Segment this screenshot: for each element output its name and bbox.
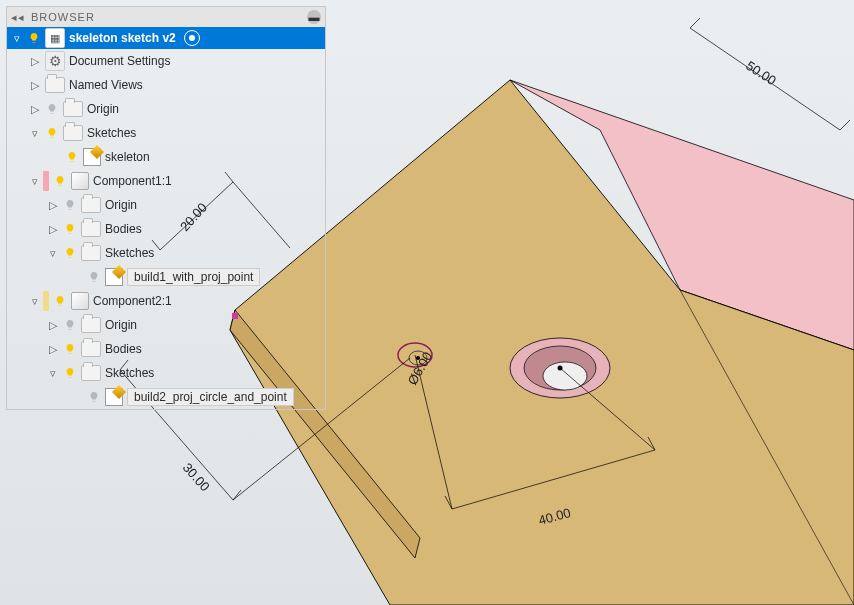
folder-icon — [81, 341, 101, 357]
folder-icon — [81, 221, 101, 237]
visibility-bulb-icon[interactable] — [63, 366, 77, 380]
component-icon — [71, 292, 89, 310]
expand-arrow-icon[interactable]: ▷ — [47, 319, 59, 332]
tree-item-skeleton-sketch[interactable]: skeleton — [7, 145, 325, 169]
visibility-bulb-icon[interactable] — [63, 198, 77, 212]
tree-item-component2-bodies[interactable]: ▷ Bodies — [7, 337, 325, 361]
visibility-bulb-icon[interactable] — [27, 31, 41, 45]
folder-icon — [81, 365, 101, 381]
folder-icon — [45, 77, 65, 93]
dim-30: 30.00 — [180, 460, 213, 494]
expand-arrow-icon[interactable]: ▷ — [29, 55, 41, 68]
tree-item-component1-origin[interactable]: ▷ Origin — [7, 193, 325, 217]
expand-arrow-icon[interactable]: ▷ — [47, 199, 59, 212]
tree-label: Bodies — [105, 342, 142, 356]
visibility-bulb-icon[interactable] — [87, 270, 101, 284]
expand-arrow-icon[interactable]: ▿ — [29, 127, 41, 140]
collapse-arrows-icon[interactable]: ◂◂ — [11, 11, 25, 24]
tree-label: Sketches — [87, 126, 136, 140]
visibility-bulb-icon[interactable] — [45, 102, 59, 116]
tree-item-component1-bodies[interactable]: ▷ Bodies — [7, 217, 325, 241]
tree-label: Sketches — [105, 246, 154, 260]
tree-item-build1[interactable]: build1_with_proj_point — [7, 265, 325, 289]
tree-item-component1-sketches[interactable]: ▿ Sketches — [7, 241, 325, 265]
browser-tree: ▿ ▦ skeleton sketch v2 ▷ ⚙ Document Sett… — [6, 27, 326, 410]
tree-label: Component1:1 — [93, 174, 172, 188]
tree-item-doc-settings[interactable]: ▷ ⚙ Document Settings — [7, 49, 325, 73]
expand-arrow-icon[interactable]: ▿ — [11, 32, 23, 45]
component-root-icon: ▦ — [45, 28, 65, 48]
visibility-bulb-icon[interactable] — [63, 246, 77, 260]
tree-label: build1_with_proj_point — [127, 268, 260, 286]
expand-arrow-icon[interactable]: ▿ — [47, 367, 59, 380]
tree-item-component1[interactable]: ▿ Component1:1 — [7, 169, 325, 193]
tree-item-named-views[interactable]: ▷ Named Views — [7, 73, 325, 97]
sketch-icon — [83, 148, 101, 166]
expand-arrow-icon[interactable]: ▿ — [47, 247, 59, 260]
tree-item-component2-sketches[interactable]: ▿ Sketches — [7, 361, 325, 385]
browser-title: BROWSER — [31, 11, 301, 23]
sketch-icon — [105, 268, 123, 286]
tree-label: Bodies — [105, 222, 142, 236]
tree-root[interactable]: ▿ ▦ skeleton sketch v2 — [7, 27, 325, 49]
browser-header[interactable]: ◂◂ BROWSER ▬ — [6, 6, 326, 27]
visibility-bulb-icon[interactable] — [63, 222, 77, 236]
tree-item-sketches-root[interactable]: ▿ Sketches — [7, 121, 325, 145]
tree-label: Origin — [87, 102, 119, 116]
tree-item-origin[interactable]: ▷ Origin — [7, 97, 325, 121]
activate-radio-icon[interactable] — [184, 30, 200, 46]
tree-item-build2[interactable]: build2_proj_circle_and_point — [7, 385, 325, 409]
sketch-icon — [105, 388, 123, 406]
tree-label: build2_proj_circle_and_point — [127, 388, 294, 406]
tree-label: Origin — [105, 198, 137, 212]
minimize-icon[interactable]: ▬ — [307, 10, 321, 24]
dim-50: 50.00 — [743, 58, 778, 88]
folder-icon — [81, 245, 101, 261]
svg-line-14 — [840, 120, 850, 130]
folder-icon — [81, 317, 101, 333]
color-band — [43, 291, 49, 311]
visibility-bulb-icon[interactable] — [45, 126, 59, 140]
expand-arrow-icon[interactable]: ▷ — [29, 103, 41, 116]
tree-label: Sketches — [105, 366, 154, 380]
expand-arrow-icon[interactable]: ▿ — [29, 295, 41, 308]
visibility-bulb-icon[interactable] — [87, 390, 101, 404]
expand-arrow-icon[interactable]: ▷ — [47, 223, 59, 236]
tree-item-component2[interactable]: ▿ Component2:1 — [7, 289, 325, 313]
visibility-bulb-icon[interactable] — [63, 342, 77, 356]
folder-icon — [63, 101, 83, 117]
tree-label: Named Views — [69, 78, 143, 92]
tree-label: Document Settings — [69, 54, 170, 68]
tree-item-component2-origin[interactable]: ▷ Origin — [7, 313, 325, 337]
tree-label: Component2:1 — [93, 294, 172, 308]
expand-arrow-icon[interactable]: ▷ — [29, 79, 41, 92]
expand-arrow-icon[interactable]: ▷ — [47, 343, 59, 356]
visibility-bulb-icon[interactable] — [63, 318, 77, 332]
folder-icon — [81, 197, 101, 213]
expand-arrow-icon[interactable]: ▿ — [29, 175, 41, 188]
root-name: skeleton sketch v2 — [69, 31, 176, 45]
browser-panel: ◂◂ BROWSER ▬ ▿ ▦ skeleton sketch v2 ▷ ⚙ … — [6, 6, 326, 410]
visibility-bulb-icon[interactable] — [53, 294, 67, 308]
component-icon — [71, 172, 89, 190]
visibility-bulb-icon[interactable] — [53, 174, 67, 188]
color-band — [43, 171, 49, 191]
svg-line-13 — [690, 18, 700, 28]
folder-icon — [63, 125, 83, 141]
visibility-bulb-icon[interactable] — [65, 150, 79, 164]
svg-line-21 — [233, 490, 241, 500]
gear-icon: ⚙ — [45, 51, 65, 71]
tree-label: skeleton — [105, 150, 150, 164]
tree-label: Origin — [105, 318, 137, 332]
